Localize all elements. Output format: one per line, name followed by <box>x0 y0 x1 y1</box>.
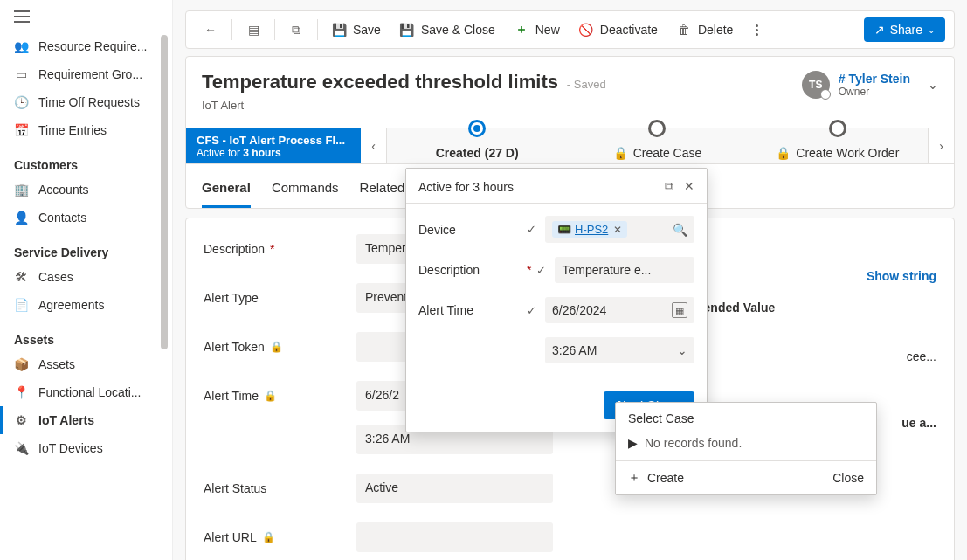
form-icon: ▤ <box>246 23 260 37</box>
nav-label: Time Entries <box>38 123 107 137</box>
plus-icon: ＋ <box>515 23 528 37</box>
nav-iot-alerts[interactable]: ⚙ IoT Alerts <box>0 406 172 434</box>
nav-agreements[interactable]: 📄 Agreements <box>0 291 172 319</box>
field-alert-url: Alert URL 🔒 <box>204 522 553 552</box>
stage-label: Created (27 D) <box>436 146 519 160</box>
save-button[interactable]: 💾 Save <box>323 17 390 42</box>
expand-icon[interactable]: ▶ <box>628 436 638 450</box>
flow-subtitle: Active for 3 hours <box>197 147 350 159</box>
wrench-icon: 🛠 <box>14 270 28 284</box>
required-mark: * <box>527 263 531 277</box>
field-label: Alert URL 🔒 <box>204 530 356 544</box>
save-label: Save <box>353 23 381 37</box>
close-button[interactable]: Close <box>832 471 864 485</box>
field-label: Alert Token 🔒 <box>204 340 356 354</box>
popout-button[interactable]: ⧉ <box>280 17 312 42</box>
select-case-flyout: Select Case ▶ No records found. ＋ Create… <box>615 402 877 495</box>
lock-icon: 🔒 <box>264 390 277 402</box>
more-icon <box>752 21 762 39</box>
popover-title: Active for 3 hours <box>418 180 514 194</box>
nav-contacts[interactable]: 👤 Contacts <box>0 204 172 232</box>
nav-section-service-delivery: Service Delivery <box>0 232 172 263</box>
description-input[interactable]: Temperature e... <box>555 257 694 283</box>
popout-icon[interactable]: ⧉ <box>665 179 673 194</box>
nav-section-customers: Customers <box>0 144 172 176</box>
overflow-button[interactable] <box>743 16 770 45</box>
chevron-down-icon[interactable]: ⌄ <box>677 343 687 357</box>
date-value: 6/26/2024 <box>552 303 606 317</box>
tab-commands[interactable]: Commands <box>272 173 339 208</box>
save-close-label: Save & Close <box>421 23 495 37</box>
create-case-button[interactable]: ＋ Create <box>628 470 684 486</box>
business-process-flow: CFS - IoT Alert Process Fl... Active for… <box>186 128 954 164</box>
saved-indicator: - Saved <box>567 78 606 91</box>
process-prev-button[interactable]: ‹ <box>361 128 387 163</box>
sidebar-scrollbar[interactable] <box>161 35 168 349</box>
nav-cases[interactable]: 🛠 Cases <box>0 263 172 291</box>
nav-accounts[interactable]: 🏢 Accounts <box>0 176 172 204</box>
nav-time-entries[interactable]: 📅 Time Entries <box>0 116 172 144</box>
lock-icon: 🔒 <box>270 341 283 353</box>
nav-label: IoT Alerts <box>38 413 94 427</box>
field-label: Alert Time <box>418 303 521 317</box>
create-label: Create <box>647 471 684 485</box>
field-label: Alert Type <box>204 291 356 305</box>
owner-selector[interactable]: TS # Tyler Stein Owner ⌄ <box>802 71 938 99</box>
field-alert-status: Alert Status Active <box>204 474 553 503</box>
chevron-down-icon: ⌄ <box>928 25 935 35</box>
divider <box>231 19 232 40</box>
delete-icon: 🗑 <box>677 23 691 37</box>
hamburger-menu[interactable] <box>0 0 172 32</box>
close-icon[interactable]: ✕ <box>684 179 694 194</box>
stage-created[interactable]: Created (27 D) <box>387 128 567 163</box>
device-lookup-tag[interactable]: 📟 H-PS2 ✕ <box>552 221 627 238</box>
check-icon: ✓ <box>527 304 536 317</box>
tab-general[interactable]: General <box>202 173 251 208</box>
people-icon: 👥 <box>14 39 28 53</box>
nav-label: Time Off Requests <box>38 95 140 109</box>
device-icon: 📟 <box>557 223 571 236</box>
field-label: Description * <box>204 242 356 256</box>
tab-related[interactable]: Related <box>360 173 405 208</box>
nav-assets[interactable]: 📦 Assets <box>0 350 172 378</box>
delete-button[interactable]: 🗑 Delete <box>668 17 742 42</box>
deactivate-button[interactable]: 🚫 Deactivate <box>570 17 667 42</box>
process-next-button[interactable]: › <box>928 128 954 163</box>
entity-name: IoT Alert <box>202 99 606 112</box>
cube-icon: 📦 <box>14 357 28 371</box>
owner-name: # Tyler Stein <box>839 72 910 86</box>
save-icon: 💾 <box>332 23 346 37</box>
process-flow-name[interactable]: CFS - IoT Alert Process Fl... Active for… <box>186 128 361 163</box>
device-link[interactable]: H-PS2 <box>575 223 608 236</box>
check-icon: ✓ <box>527 223 536 236</box>
search-icon[interactable]: 🔍 <box>673 223 687 237</box>
remove-icon[interactable]: ✕ <box>613 224 622 236</box>
nav-iot-devices[interactable]: 🔌 IoT Devices <box>0 434 172 462</box>
device-lookup[interactable]: 📟 H-PS2 ✕ 🔍 <box>545 216 694 243</box>
nav-label: Contacts <box>38 211 86 225</box>
show-string-link[interactable]: Show string <box>867 269 936 283</box>
alert-time-date-input[interactable]: 6/26/2024 ▦ <box>545 297 694 323</box>
back-button[interactable]: ← <box>195 17 226 42</box>
alert-status-input[interactable]: Active <box>356 474 553 503</box>
lock-icon: 🔒 <box>262 531 275 543</box>
new-button[interactable]: ＋ New <box>506 17 569 42</box>
nav-label: Agreements <box>38 298 104 312</box>
save-close-button[interactable]: 💾 Save & Close <box>391 17 504 42</box>
nav-requirement-groups[interactable]: ▭ Requirement Gro... <box>0 60 172 88</box>
nav-resource-requirements[interactable]: 👥 Resource Require... <box>0 32 172 60</box>
stage-create-work-order[interactable]: 🔒 Create Work Order <box>748 128 928 163</box>
nav-functional-locations[interactable]: 📍 Functional Locati... <box>0 378 172 406</box>
nav-section-assets: Assets <box>0 319 172 350</box>
doc-icon: 📄 <box>14 298 28 312</box>
share-button[interactable]: ↗ Share ⌄ <box>864 17 945 42</box>
popout-icon: ⧉ <box>289 23 303 37</box>
chip-icon: 🔌 <box>14 441 28 455</box>
stage-create-case[interactable]: 🔒 Create Case <box>567 128 747 163</box>
stage-ring-icon <box>829 120 846 137</box>
alert-time-time-input[interactable]: 3:26 AM ⌄ <box>545 337 694 363</box>
nav-time-off-requests[interactable]: 🕒 Time Off Requests <box>0 88 172 116</box>
stage-label: Create Work Order <box>796 146 899 160</box>
calendar-icon[interactable]: ▦ <box>672 302 687 318</box>
form-button[interactable]: ▤ <box>238 17 269 42</box>
